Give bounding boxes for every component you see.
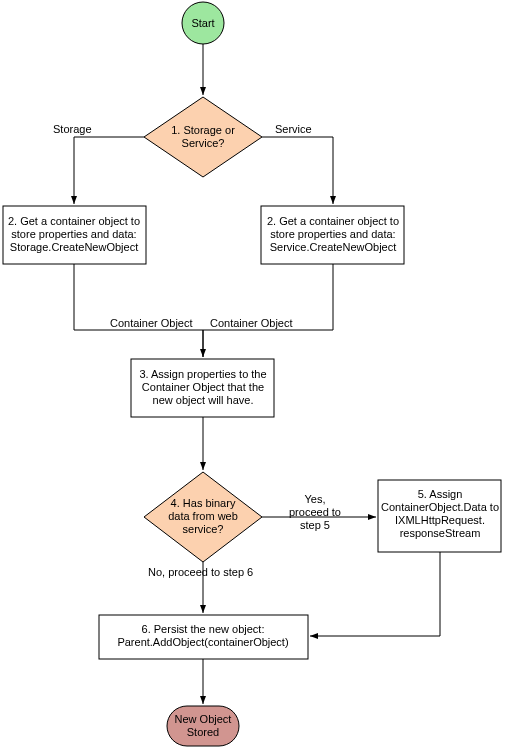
p5-line3: IXMLHttpRequest. — [395, 514, 485, 526]
d1-line1: 1. Storage or — [171, 124, 235, 136]
edge-d1-p2a — [74, 137, 144, 204]
p6-line2: Parent.AddObject(containerObject) — [117, 636, 288, 648]
edge-d1-p2b — [262, 137, 333, 204]
edge-yes-l2: proceed to — [289, 506, 341, 518]
flowchart-diagram: Start 1. Storage or Service? Storage Ser… — [0, 0, 505, 751]
p2b-line3: Service.CreateNewObject — [270, 241, 397, 253]
d1-line2: Service? — [182, 137, 225, 149]
edge-yes-l1: Yes, — [304, 493, 325, 505]
p5-line1: 5. Assign — [418, 488, 463, 500]
edge-co1-label: Container Object — [110, 317, 193, 329]
edge-yes-l3: step 5 — [300, 519, 330, 531]
end-line1: New Object — [175, 713, 232, 725]
edge-p5-p6 — [310, 552, 440, 636]
p3-line3: new object will have. — [153, 394, 254, 406]
p3-line1: 3. Assign properties to the — [139, 368, 266, 380]
p2a-line2: store properties and data: — [11, 228, 136, 240]
d4-line1: 4. Has binary — [171, 497, 236, 509]
edge-co2-label: Container Object — [210, 317, 293, 329]
edge-no-label: No, proceed to step 6 — [148, 566, 253, 578]
p3-line2: Container Object that the — [142, 381, 264, 393]
start-label: Start — [191, 17, 214, 29]
edge-storage-label: Storage — [53, 123, 92, 135]
p2b-line1: 2. Get a container object to — [267, 215, 399, 227]
edge-p2b-p3 — [203, 264, 333, 357]
p6-line1: 6. Persist the new object: — [142, 623, 265, 635]
d4-line2: data from web — [168, 510, 238, 522]
d4-line3: service? — [183, 523, 224, 535]
edge-service-label: Service — [275, 123, 312, 135]
end-line2: Stored — [187, 726, 219, 738]
p5-line4: responseStream — [400, 527, 481, 539]
p2a-line1: 2. Get a container object to — [8, 215, 140, 227]
p2a-line3: Storage.CreateNewObject — [10, 241, 138, 253]
p2b-line2: store properties and data: — [270, 228, 395, 240]
edge-p2a-p3 — [74, 264, 203, 357]
p5-line2: ContainerObject.Data to — [381, 501, 499, 513]
